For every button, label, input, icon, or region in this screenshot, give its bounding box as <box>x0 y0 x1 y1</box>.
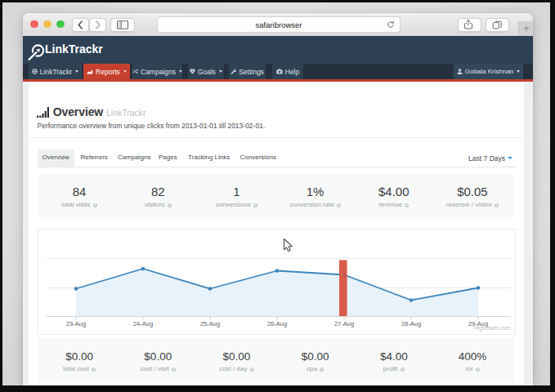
svg-text:Highcharts.com: Highcharts.com <box>474 325 511 332</box>
svg-text:24-Aug: 24-Aug <box>133 320 153 327</box>
svg-text:26-Aug: 26-Aug <box>267 320 287 327</box>
svg-text:28-Aug: 28-Aug <box>401 320 421 327</box>
svg-text:27-Aug: 27-Aug <box>334 320 354 327</box>
svg-text:23-Aug: 23-Aug <box>66 320 86 327</box>
svg-text:25-Aug: 25-Aug <box>200 320 220 327</box>
